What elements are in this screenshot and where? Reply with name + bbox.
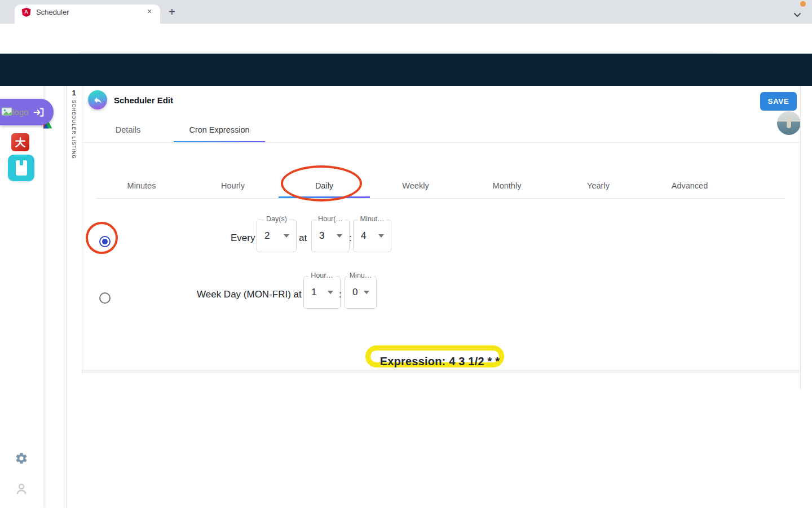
colon-separator: : xyxy=(349,233,352,244)
day-select-label: Day(s) xyxy=(264,215,289,223)
tab-close-icon[interactable]: × xyxy=(144,7,155,16)
listing-count: 1 xyxy=(66,89,82,97)
card-right-border xyxy=(800,86,801,389)
cron-tab-minutes[interactable]: Minutes xyxy=(96,181,187,190)
dropdown-caret-icon xyxy=(337,234,342,238)
sidebar: logo xyxy=(0,86,43,508)
hour-select[interactable]: Hour(… 3 xyxy=(311,220,350,252)
hour-select-value: 3 xyxy=(319,230,324,242)
weekday-label: Week Day (MON-FRI) at xyxy=(197,289,302,300)
tabs-border xyxy=(82,142,800,143)
page-title: Scheduler Edit xyxy=(114,95,173,105)
at-label: at xyxy=(299,233,307,244)
login-arrow-icon xyxy=(33,106,45,119)
red-annotation-ellipse-daily xyxy=(281,165,362,202)
book-icon xyxy=(16,160,27,176)
dropdown-caret-icon xyxy=(284,234,289,238)
weekday-minute-value: 0 xyxy=(352,287,358,298)
user-avatar[interactable] xyxy=(777,111,801,135)
cron-tab-weekly[interactable]: Weekly xyxy=(370,181,461,190)
broken-image-icon xyxy=(1,107,14,117)
sidebar-app-da-icon[interactable] xyxy=(11,133,29,151)
cron-tab-advanced[interactable]: Advanced xyxy=(644,181,735,190)
scheduler-listing-rail[interactable]: SCHEDULER LISTING xyxy=(66,100,82,159)
app-header: akaun xyxy=(0,54,812,86)
back-button[interactable] xyxy=(88,90,107,110)
reply-arrow-icon xyxy=(93,95,103,105)
minute-select-label: Minut… xyxy=(358,215,386,223)
weekday-hour-select[interactable]: Hour… 1 xyxy=(303,276,341,309)
dropdown-caret-icon xyxy=(378,234,384,238)
sidebar-app-book-icon[interactable] xyxy=(8,155,34,181)
dropdown-caret-icon xyxy=(328,291,333,294)
weekday-hour-value: 1 xyxy=(311,287,316,298)
weekday-minute-select[interactable]: Minu… 0 xyxy=(345,276,377,309)
browser-tab-bar: A Scheduler × + xyxy=(0,0,812,24)
settings-gear-icon[interactable] xyxy=(15,452,28,465)
tab-details[interactable]: Details xyxy=(82,125,174,134)
weekday-hour-label: Hour… xyxy=(308,271,336,279)
recording-indicator-dot xyxy=(800,1,806,7)
cron-tab-hourly[interactable]: Hourly xyxy=(187,181,279,190)
day-select[interactable]: Day(s) 2 xyxy=(257,220,297,252)
rail-label-text: SCHEDULER LISTING xyxy=(71,100,77,159)
profile-person-icon[interactable] xyxy=(15,482,28,496)
tab-cron-expression[interactable]: Cron Expression xyxy=(174,125,265,134)
cron-tab-monthly[interactable]: Monthly xyxy=(461,181,553,190)
radio-every-day[interactable] xyxy=(99,236,111,247)
logo-alt-text: logo xyxy=(12,107,28,117)
save-button[interactable]: SAVE xyxy=(760,92,797,111)
svg-text:A: A xyxy=(24,9,28,15)
weekday-minute-label: Minu… xyxy=(347,271,374,279)
cron-tab-yearly[interactable]: Yearly xyxy=(553,181,644,190)
cron-expression-text: Expression: 4 3 1/2 * * xyxy=(367,355,513,368)
sidebar-logo-pill[interactable]: logo xyxy=(0,99,54,125)
minute-select[interactable]: Minut… 4 xyxy=(353,220,391,252)
chinese-character-da-icon xyxy=(14,136,27,148)
minute-select-value: 4 xyxy=(361,230,366,242)
dropdown-caret-icon xyxy=(364,291,369,294)
new-tab-button[interactable]: + xyxy=(165,5,179,19)
card-bottom-strip xyxy=(82,370,800,373)
every-label: Every xyxy=(231,233,255,244)
browser-toolbar: akaun.cloud/#/applets/tnt/wavelet/erp/sc… xyxy=(0,24,812,54)
tab-title: Scheduler xyxy=(36,8,69,16)
screen: A Scheduler × + akaun.cloud/#/applets/tn… xyxy=(0,0,812,508)
tab-search-chevron-icon[interactable] xyxy=(793,12,801,18)
radio-week-day[interactable] xyxy=(99,292,111,304)
angular-favicon-icon: A xyxy=(21,7,31,17)
colon-separator: : xyxy=(339,289,342,300)
hour-select-label: Hour(… xyxy=(316,215,345,223)
cron-tabs-border xyxy=(96,198,785,199)
day-select-value: 2 xyxy=(264,230,270,242)
